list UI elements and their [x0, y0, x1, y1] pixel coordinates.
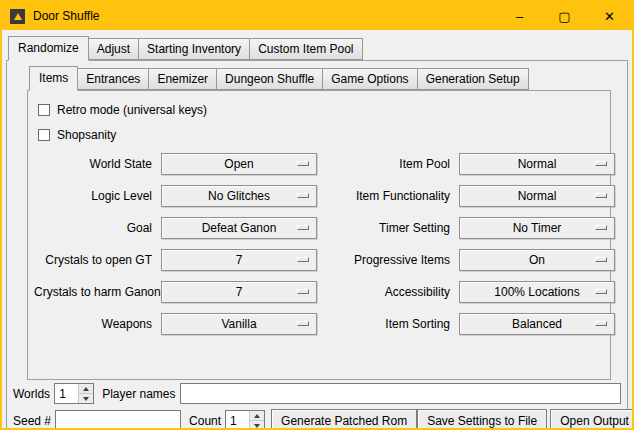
minimize-button[interactable]: – [497, 2, 542, 30]
timer-setting-value: No Timer [513, 221, 562, 235]
item-sorting-label: Item Sorting [326, 317, 450, 331]
door-shuffle-window: Door Shuffle – ▢ ✕ Randomize Adjust Star… [0, 0, 634, 430]
item-functionality-value: Normal [518, 189, 557, 203]
tab-enemizer[interactable]: Enemizer [148, 68, 217, 90]
item-functionality-dropdown[interactable]: Normal [459, 185, 615, 207]
tab-randomize[interactable]: Randomize [8, 36, 89, 61]
maximize-button[interactable]: ▢ [542, 2, 587, 30]
items-pane: Retro mode (universal keys) Shopsanity W… [27, 90, 611, 380]
titlebar[interactable]: Door Shuffle – ▢ ✕ [2, 2, 632, 30]
weapons-label: Weapons [34, 317, 152, 331]
weapons-dropdown[interactable]: Vanilla [161, 313, 317, 335]
worlds-spin-arrows [78, 384, 93, 403]
dropdown-indicator-icon [297, 289, 309, 294]
worlds-value: 1 [55, 384, 78, 403]
crystals-ganon-label: Crystals to harm Ganon [34, 285, 152, 299]
checkbox-icon [38, 104, 50, 116]
retro-mode-checkbox[interactable]: Retro mode (universal keys) [38, 97, 606, 122]
count-spin-down-button[interactable] [250, 420, 264, 430]
accessibility-dropdown[interactable]: 100% Locations [459, 281, 615, 303]
dropdown-indicator-icon [595, 193, 607, 198]
dropdown-indicator-icon [297, 161, 309, 166]
checkbox-label: Retro mode (universal keys) [57, 103, 207, 117]
worlds-row: Worlds 1 Player names [13, 382, 621, 405]
tab-entrances[interactable]: Entrances [77, 68, 149, 90]
item-pool-label: Item Pool [326, 157, 450, 171]
seed-input[interactable] [55, 410, 181, 430]
logic-level-label: Logic Level [34, 189, 152, 203]
goal-dropdown[interactable]: Defeat Ganon [161, 217, 317, 239]
tab-adjust[interactable]: Adjust [88, 38, 139, 60]
worlds-spin-down-button[interactable] [79, 393, 93, 403]
window-controls: – ▢ ✕ [497, 2, 632, 30]
count-spin-up-button[interactable] [250, 411, 264, 420]
window-body: Randomize Adjust Starting Inventory Cust… [2, 30, 632, 428]
count-value: 1 [226, 411, 249, 430]
sub-notebook: Items Entrances Enemizer Dungeon Shuffle… [27, 66, 611, 380]
progressive-items-value: On [529, 253, 545, 267]
chevron-up-icon [254, 414, 260, 418]
close-button[interactable]: ✕ [587, 2, 632, 30]
dropdown-indicator-icon [595, 161, 607, 166]
item-sorting-dropdown[interactable]: Balanced [459, 313, 615, 335]
worlds-label: Worlds [13, 387, 50, 401]
main-tab-bar: Randomize Adjust Starting Inventory Cust… [8, 36, 628, 60]
dropdown-indicator-icon [297, 225, 309, 230]
timer-setting-dropdown[interactable]: No Timer [459, 217, 615, 239]
world-state-value: Open [224, 157, 253, 171]
item-pool-dropdown[interactable]: Normal [459, 153, 615, 175]
dropdown-indicator-icon [595, 225, 607, 230]
crystals-gt-dropdown[interactable]: 7 [161, 249, 317, 271]
accessibility-value: 100% Locations [494, 285, 579, 299]
shopsanity-checkbox[interactable]: Shopsanity [38, 122, 606, 147]
tab-dungeon-shuffle[interactable]: Dungeon Shuffle [216, 68, 323, 90]
count-spin-arrows [249, 411, 264, 430]
count-label: Count [189, 414, 221, 428]
generate-row: Seed # Count 1 Generate Patched Rom Save… [13, 409, 621, 430]
open-output-directory-button[interactable]: Open Output Directory [550, 409, 634, 430]
tab-starting-inventory[interactable]: Starting Inventory [138, 38, 250, 60]
count-spinbox[interactable]: 1 [225, 410, 265, 430]
crystals-gt-label: Crystals to open GT [34, 253, 152, 267]
dropdown-indicator-icon [595, 321, 607, 326]
timer-setting-label: Timer Setting [326, 221, 450, 235]
checkbox-icon [38, 129, 50, 141]
chevron-up-icon [83, 387, 89, 391]
worlds-spin-up-button[interactable] [79, 384, 93, 393]
crystals-gt-value: 7 [236, 253, 243, 267]
progressive-items-label: Progressive Items [326, 253, 450, 267]
accessibility-label: Accessibility [326, 285, 450, 299]
dropdown-indicator-icon [595, 289, 607, 294]
logic-level-dropdown[interactable]: No Glitches [161, 185, 317, 207]
chevron-down-icon [83, 397, 89, 401]
item-functionality-label: Item Functionality [326, 189, 450, 203]
player-names-label: Player names [102, 387, 175, 401]
dropdown-indicator-icon [297, 257, 309, 262]
progressive-items-dropdown[interactable]: On [459, 249, 615, 271]
tab-custom-item-pool[interactable]: Custom Item Pool [249, 38, 362, 60]
weapons-value: Vanilla [221, 317, 256, 331]
world-state-label: World State [34, 157, 152, 171]
crystals-ganon-value: 7 [236, 285, 243, 299]
sub-tab-bar: Items Entrances Enemizer Dungeon Shuffle… [29, 66, 611, 90]
generate-patched-rom-button[interactable]: Generate Patched Rom [271, 409, 417, 430]
item-sorting-value: Balanced [512, 317, 562, 331]
tab-game-options[interactable]: Game Options [322, 68, 417, 90]
tab-generation-setup[interactable]: Generation Setup [417, 68, 529, 90]
dropdown-indicator-icon [297, 321, 309, 326]
world-state-dropdown[interactable]: Open [161, 153, 317, 175]
tab-items[interactable]: Items [29, 66, 78, 91]
logic-level-value: No Glitches [208, 189, 270, 203]
goal-value: Defeat Ganon [202, 221, 277, 235]
goal-label: Goal [34, 221, 152, 235]
player-names-input[interactable] [180, 383, 622, 404]
app-icon [10, 9, 25, 24]
window-title: Door Shuffle [33, 9, 100, 23]
dropdown-indicator-icon [297, 193, 309, 198]
chevron-down-icon [254, 424, 260, 428]
crystals-ganon-dropdown[interactable]: 7 [161, 281, 317, 303]
settings-grid: World State Open Item Pool Normal Logic … [34, 153, 606, 335]
worlds-spinbox[interactable]: 1 [54, 383, 94, 404]
save-settings-button[interactable]: Save Settings to File [417, 409, 547, 430]
randomize-pane: Items Entrances Enemizer Dungeon Shuffle… [6, 60, 628, 430]
